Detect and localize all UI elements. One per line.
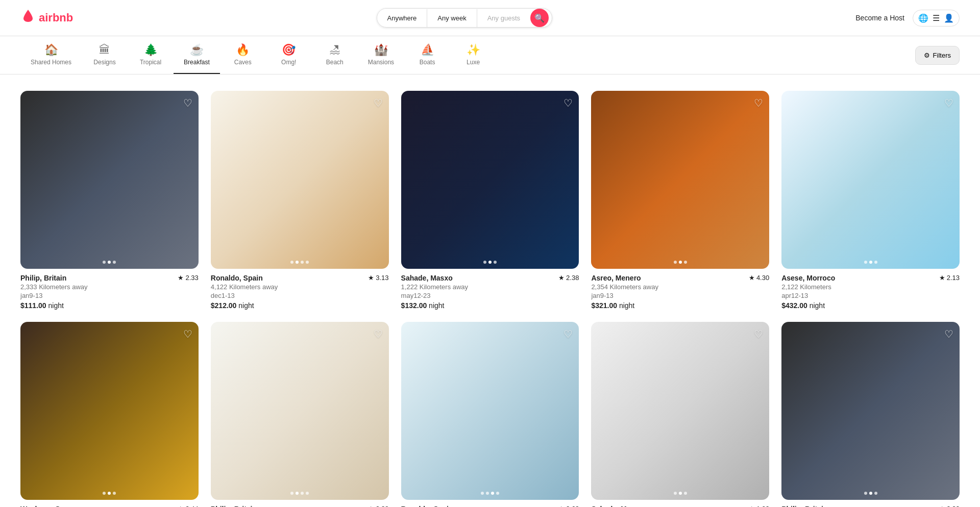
user-menu[interactable]: 🌐 ☰ 👤 bbox=[913, 10, 960, 27]
carousel-dot bbox=[674, 492, 677, 495]
mansions-label: Mansions bbox=[368, 59, 394, 66]
listing-image bbox=[591, 322, 769, 500]
category-item-omg[interactable]: 🎯 Omg! bbox=[266, 36, 312, 74]
search-button[interactable]: 🔍 bbox=[530, 9, 549, 27]
favorite-button[interactable]: ♡ bbox=[944, 97, 953, 109]
carousel-dot bbox=[496, 492, 499, 495]
category-item-shared-homes[interactable]: 🏠 Shared Homes bbox=[20, 36, 82, 74]
listing-card[interactable]: ♡ Sahade, Masxo ★ 1.93 1,222 Kilometers … bbox=[591, 322, 769, 507]
listing-rating: ★ 4.30 bbox=[749, 274, 769, 282]
listing-image bbox=[211, 91, 389, 269]
favorite-button[interactable]: ♡ bbox=[754, 328, 763, 340]
listing-card[interactable]: ♡ Ronaldo, Spain ★ 3.13 4,122 Kilometers… bbox=[211, 91, 389, 310]
carousel-dot bbox=[494, 261, 497, 264]
favorite-button[interactable]: ♡ bbox=[564, 97, 573, 109]
listing-card[interactable]: ♡ Philip, Britain ★ 2.33 2,333 Kilometer… bbox=[781, 322, 960, 507]
favorite-button[interactable]: ♡ bbox=[183, 328, 192, 340]
listing-rating: ★ 1.93 bbox=[749, 505, 769, 507]
listing-image-wrap: ♡ bbox=[211, 322, 389, 500]
listing-location: Philip, Britain bbox=[781, 505, 827, 507]
carousel-dot bbox=[864, 261, 867, 264]
listing-card[interactable]: ♡ Philip, Britain ★ 2.38 2,333 Kilometer… bbox=[211, 322, 389, 507]
category-nav: 🏠 Shared Homes 🏛 Designs 🌲 Tropical ☕ Br… bbox=[0, 36, 980, 74]
category-item-designs[interactable]: 🏛 Designs bbox=[82, 36, 128, 74]
listing-info: Asreo, Menero ★ 4.30 bbox=[591, 274, 769, 282]
guests-input[interactable]: Any guests bbox=[477, 9, 530, 27]
favorite-button[interactable]: ♡ bbox=[944, 328, 953, 340]
listing-price: $132.00 night bbox=[401, 301, 579, 310]
star-icon: ★ bbox=[368, 505, 374, 507]
favorite-button[interactable]: ♡ bbox=[374, 97, 383, 109]
listing-distance: 1,222 Kilometers away bbox=[401, 283, 579, 291]
listing-image bbox=[20, 322, 199, 500]
price-suffix: night bbox=[429, 301, 444, 310]
listing-image bbox=[20, 91, 199, 269]
rating-value: 1.93 bbox=[756, 505, 769, 507]
carousel-dot bbox=[103, 492, 106, 495]
listing-card[interactable]: ♡ Sahade, Masxo ★ 2.38 1,222 Kilometers … bbox=[401, 91, 579, 310]
listing-dates: dec1-13 bbox=[211, 292, 389, 299]
carousel-dot bbox=[296, 261, 299, 264]
listing-location: Wesborg, Garmany bbox=[20, 505, 86, 507]
designs-icon: 🏛 bbox=[99, 43, 110, 57]
rating-value: 2.33 bbox=[947, 505, 960, 507]
category-item-breakfast[interactable]: ☕ Breakfast bbox=[174, 36, 220, 74]
star-icon: ★ bbox=[178, 274, 184, 282]
rating-value: 2.38 bbox=[376, 505, 388, 507]
favorite-button[interactable]: ♡ bbox=[183, 97, 192, 109]
listing-image-wrap: ♡ bbox=[211, 91, 389, 269]
location-input[interactable]: Anywhere bbox=[377, 9, 428, 27]
listing-details: Wesborg, Garmany ★ 3.44 3,111 Kilometers… bbox=[20, 505, 199, 507]
category-item-caves[interactable]: 🔥 Caves bbox=[220, 36, 266, 74]
listing-image bbox=[781, 91, 960, 269]
carousel-dot bbox=[301, 492, 304, 495]
logo[interactable]: airbnb bbox=[20, 9, 73, 28]
listing-card[interactable]: ♡ Asese, Morroco ★ 2.13 2,122 Kilometers… bbox=[781, 91, 960, 310]
rating-value: 2.63 bbox=[566, 505, 579, 507]
favorite-button[interactable]: ♡ bbox=[754, 97, 763, 109]
carousel-dot bbox=[679, 261, 682, 264]
rating-value: 2.38 bbox=[566, 274, 579, 282]
star-icon: ★ bbox=[178, 505, 184, 507]
search-bar[interactable]: Anywhere Any week Any guests 🔍 bbox=[377, 8, 553, 28]
listing-card[interactable]: ♡ Asreo, Menero ★ 4.30 2,354 Kilometers … bbox=[591, 91, 769, 310]
listing-location: Sahade, Masxo bbox=[591, 505, 643, 507]
filters-button[interactable]: ⚙ Filters bbox=[915, 46, 960, 65]
category-item-boats[interactable]: ⛵ Boats bbox=[404, 36, 450, 74]
rating-value: 4.30 bbox=[756, 274, 769, 282]
listing-image bbox=[781, 322, 960, 500]
listing-distance: 2,122 Kilometers bbox=[781, 283, 960, 291]
carousel-dot bbox=[290, 492, 293, 495]
carousel-dot bbox=[306, 261, 309, 264]
listing-rating: ★ 3.13 bbox=[368, 274, 388, 282]
listing-price: $111.00 night bbox=[20, 301, 199, 310]
favorite-button[interactable]: ♡ bbox=[374, 328, 383, 340]
carousel-dot bbox=[301, 261, 304, 264]
become-host-link[interactable]: Become a Host bbox=[855, 14, 904, 22]
listing-dates: apr12-13 bbox=[781, 292, 960, 299]
listing-card[interactable]: ♡ Ronaldo, Spain ★ 2.63 4,122 Kilometers… bbox=[401, 322, 579, 507]
listing-card[interactable]: ♡ Wesborg, Garmany ★ 3.44 3,111 Kilomete… bbox=[20, 322, 199, 507]
favorite-button[interactable]: ♡ bbox=[564, 328, 573, 340]
listing-rating: ★ 3.44 bbox=[178, 505, 198, 507]
rating-value: 2.33 bbox=[185, 274, 198, 282]
listing-rating: ★ 2.33 bbox=[939, 505, 960, 507]
listing-card[interactable]: ♡ Philip, Britain ★ 2.33 2,333 Kilometer… bbox=[20, 91, 199, 310]
listing-dates: jan9-13 bbox=[20, 292, 199, 299]
category-item-luxe[interactable]: ✨ Luxe bbox=[450, 36, 496, 74]
listing-info: Wesborg, Garmany ★ 3.44 bbox=[20, 505, 199, 507]
listing-image-wrap: ♡ bbox=[591, 322, 769, 500]
category-item-beach[interactable]: 🏖 Beach bbox=[312, 36, 358, 74]
luxe-label: Luxe bbox=[467, 59, 480, 66]
listing-rating: ★ 2.13 bbox=[939, 274, 960, 282]
listing-distance: 2,333 Kilometers away bbox=[20, 283, 199, 291]
omg-label: Omg! bbox=[281, 59, 296, 66]
category-item-mansions[interactable]: 🏰 Mansions bbox=[358, 36, 404, 74]
filters-label: Filters bbox=[933, 52, 951, 59]
category-item-tropical[interactable]: 🌲 Tropical bbox=[128, 36, 174, 74]
week-input[interactable]: Any week bbox=[427, 9, 477, 27]
search-icon: 🔍 bbox=[534, 13, 545, 23]
price-amount: $212.00 bbox=[211, 301, 237, 310]
shared-homes-label: Shared Homes bbox=[31, 59, 71, 66]
caves-icon: 🔥 bbox=[236, 43, 250, 57]
